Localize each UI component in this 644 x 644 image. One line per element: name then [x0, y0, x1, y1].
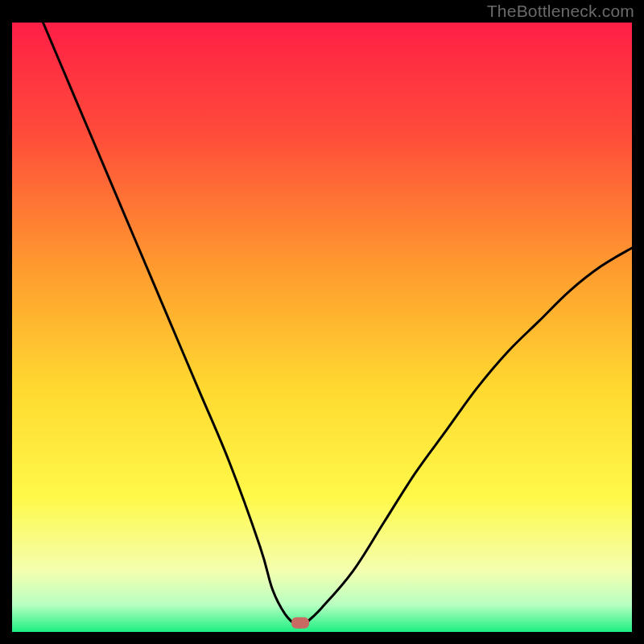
chart-frame: TheBottleneck.com: [0, 0, 644, 644]
plot-area: [12, 23, 632, 632]
gradient-background: [12, 23, 632, 632]
chart-svg: [12, 23, 632, 632]
current-marker: [291, 617, 309, 629]
watermark-text: TheBottleneck.com: [487, 2, 634, 21]
